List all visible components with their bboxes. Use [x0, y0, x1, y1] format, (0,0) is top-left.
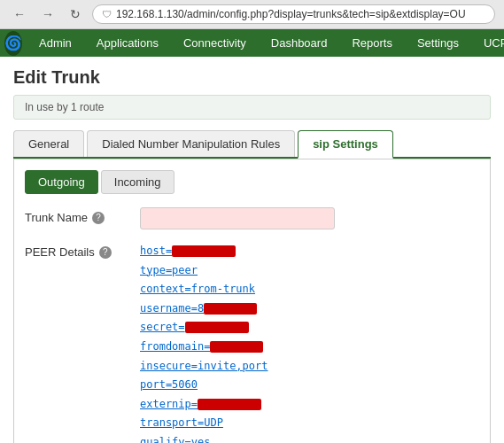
tab-outgoing[interactable]: Outgoing — [25, 170, 98, 194]
nav-logo: 🌀 — [4, 31, 22, 56]
outer-tabs: General Dialed Number Manipulation Rules… — [13, 130, 491, 159]
peer-details-help-icon[interactable]: ? — [99, 246, 112, 259]
browser-bar: ← → ↻ 🛡 192.168.1.130/admin/config.php?d… — [0, 0, 504, 29]
peer-line-host: host= — [140, 242, 300, 261]
tab-sip-settings[interactable]: sip Settings — [298, 130, 393, 159]
peer-details-row: PEER Details ? host= type=peer context=f… — [25, 242, 479, 443]
tab-dnmr[interactable]: Dialed Number Manipulation Rules — [87, 130, 295, 157]
shield-icon: 🛡 — [102, 9, 112, 19]
redacted-fromdomain — [210, 341, 263, 353]
nav-admin[interactable]: Admin — [27, 29, 84, 57]
nav-dashboard[interactable]: Dashboard — [259, 29, 340, 57]
peer-line-fromdomain: fromdomain= — [140, 338, 300, 357]
peer-line-username: username=8 — [140, 299, 300, 319]
redacted-username — [204, 303, 257, 315]
nav-ucp[interactable]: UCP — [471, 29, 504, 57]
nav-bar: 🌀 Admin Applications Connectivity Dashbo… — [0, 29, 504, 57]
redacted-externip — [198, 399, 261, 410]
redacted-secret — [185, 322, 249, 333]
nav-connectivity[interactable]: Connectivity — [171, 29, 259, 57]
peer-line-port: port=5060 — [140, 376, 300, 395]
trunk-name-row: Trunk Name ? — [25, 207, 479, 229]
page-content: Edit Trunk In use by 1 route General Dia… — [0, 57, 504, 443]
peer-line-insecure: insecure=invite,port — [140, 357, 300, 377]
trunk-name-input[interactable] — [140, 207, 335, 229]
forward-button[interactable]: → — [37, 5, 58, 23]
redacted-host — [172, 245, 236, 257]
nav-settings[interactable]: Settings — [405, 29, 471, 57]
peer-line-externip: externip= — [140, 395, 300, 415]
peer-line-qualify: qualify=yes — [140, 433, 300, 443]
url-bar[interactable]: 🛡 192.168.1.130/admin/config.php?display… — [92, 4, 495, 24]
peer-details-label: PEER Details ? — [25, 242, 140, 259]
peer-details-content: host= type=peer context=from-trunk usern… — [140, 242, 300, 443]
inner-tabs: Outgoing Incoming — [25, 170, 479, 194]
trunk-name-help-icon[interactable]: ? — [92, 212, 105, 224]
peer-line-type: type=peer — [140, 261, 300, 281]
url-text: 192.168.1.130/admin/config.php?display=t… — [116, 8, 466, 20]
back-button[interactable]: ← — [9, 5, 30, 23]
page-title: Edit Trunk — [13, 67, 491, 88]
nav-applications[interactable]: Applications — [84, 29, 171, 57]
peer-line-secret: secret= — [140, 318, 300, 338]
nav-reports[interactable]: Reports — [339, 29, 405, 57]
peer-line-context: context=from-trunk — [140, 280, 300, 299]
info-bar: In use by 1 route — [13, 95, 491, 120]
reload-button[interactable]: ↻ — [66, 5, 85, 23]
section-box: Outgoing Incoming Trunk Name ? PEER Deta… — [13, 159, 491, 443]
peer-line-transport: transport=UDP — [140, 414, 300, 433]
trunk-name-label: Trunk Name ? — [25, 207, 140, 224]
tab-general[interactable]: General — [13, 130, 84, 157]
tab-incoming[interactable]: Incoming — [101, 170, 174, 194]
